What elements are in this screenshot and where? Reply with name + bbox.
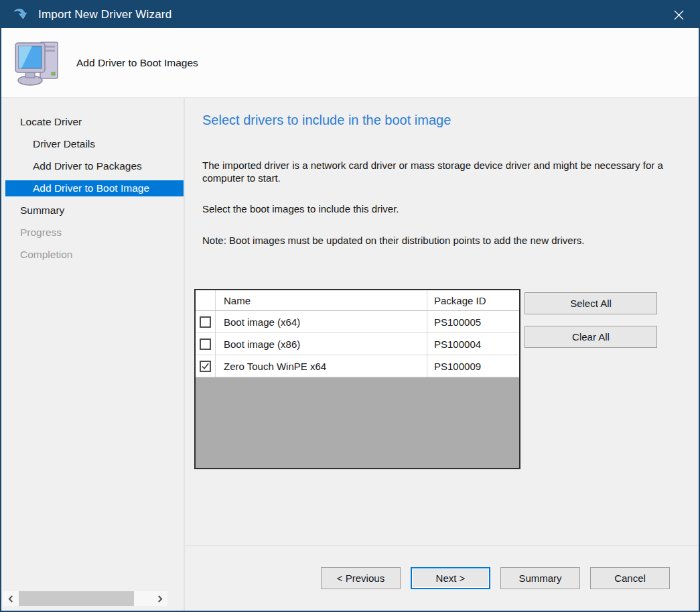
- table-row[interactable]: Boot image (x86) PS100004: [196, 333, 519, 355]
- import-new-driver-wizard-window: Import New Driver Wizard: [0, 0, 700, 612]
- boot-image-name: Boot image (x86): [216, 333, 427, 355]
- boot-image-package-id: PS100009: [427, 355, 519, 377]
- wizard-page-header: Add Driver to Boot Images: [1, 28, 699, 98]
- sidebar-item-locate-driver[interactable]: Locate Driver: [5, 114, 184, 130]
- import-wizard-arrow-icon: [12, 6, 29, 23]
- table-row[interactable]: Boot image (x64) PS100005: [196, 311, 519, 333]
- table-row[interactable]: Zero Touch WinPE x64 PS100009: [196, 355, 519, 377]
- boot-image-package-id: PS100004: [427, 333, 519, 355]
- description-text: The imported driver is a network card dr…: [202, 159, 687, 184]
- scrollbar-thumb[interactable]: [19, 591, 134, 606]
- main-area: Locate Driver Driver Details Add Driver …: [1, 98, 699, 611]
- cancel-button[interactable]: Cancel: [590, 567, 670, 589]
- checkbox-column-header: [196, 290, 216, 310]
- boot-image-package-id: PS100005: [427, 311, 519, 332]
- previous-button[interactable]: < Previous: [321, 567, 401, 589]
- clear-all-button[interactable]: Clear All: [524, 326, 657, 348]
- scroll-left-icon[interactable]: [3, 591, 19, 606]
- next-button[interactable]: Next >: [411, 567, 490, 589]
- page-title: Select drivers to include in the boot im…: [202, 113, 699, 128]
- content-panel: Select drivers to include in the boot im…: [185, 98, 699, 611]
- sidebar-item-completion: Completion: [5, 247, 184, 263]
- window-title: Import New Driver Wizard: [38, 8, 171, 21]
- sidebar-item-progress: Progress: [5, 225, 184, 241]
- wizard-footer: < Previous Next > Summary Cancel: [185, 545, 699, 611]
- boot-image-selection-area: Name Package ID Boot image (x64) PS10000…: [194, 289, 699, 469]
- wizard-step-list: Locate Driver Driver Details Add Driver …: [1, 98, 184, 263]
- wizard-steps-sidebar: Locate Driver Driver Details Add Driver …: [1, 98, 184, 611]
- scroll-right-icon[interactable]: [151, 591, 167, 606]
- list-action-buttons: Select All Clear All: [524, 289, 657, 469]
- instruction-text: Select the boot images to include this d…: [202, 202, 687, 215]
- wizard-page-title: Add Driver to Boot Images: [76, 57, 198, 69]
- boot-image-name: Zero Touch WinPE x64: [216, 355, 427, 377]
- close-icon[interactable]: [665, 3, 692, 26]
- sidebar-horizontal-scrollbar[interactable]: [3, 591, 167, 606]
- table-header-row: Name Package ID: [196, 290, 519, 311]
- computer-icon: [15, 39, 62, 87]
- sidebar-item-add-driver-to-boot-image[interactable]: Add Driver to Boot Image: [5, 180, 184, 196]
- sidebar-item-add-driver-to-packages[interactable]: Add Driver to Packages: [5, 158, 184, 174]
- sidebar-item-driver-details[interactable]: Driver Details: [5, 136, 184, 152]
- titlebar: Import New Driver Wizard: [1, 1, 699, 28]
- sidebar-item-summary[interactable]: Summary: [5, 202, 184, 219]
- scrollbar-track[interactable]: [134, 591, 151, 606]
- checkbox-unchecked[interactable]: [200, 316, 211, 328]
- package-id-column-header[interactable]: Package ID: [427, 290, 519, 310]
- boot-images-table: Name Package ID Boot image (x64) PS10000…: [194, 289, 520, 469]
- checkbox-checked[interactable]: [200, 361, 211, 372]
- select-all-button[interactable]: Select All: [524, 292, 657, 314]
- boot-image-name: Boot image (x64): [216, 311, 427, 332]
- checkbox-unchecked[interactable]: [200, 339, 211, 350]
- note-text: Note: Boot images must be updated on the…: [202, 234, 687, 247]
- summary-button[interactable]: Summary: [500, 567, 580, 589]
- name-column-header[interactable]: Name: [216, 290, 427, 310]
